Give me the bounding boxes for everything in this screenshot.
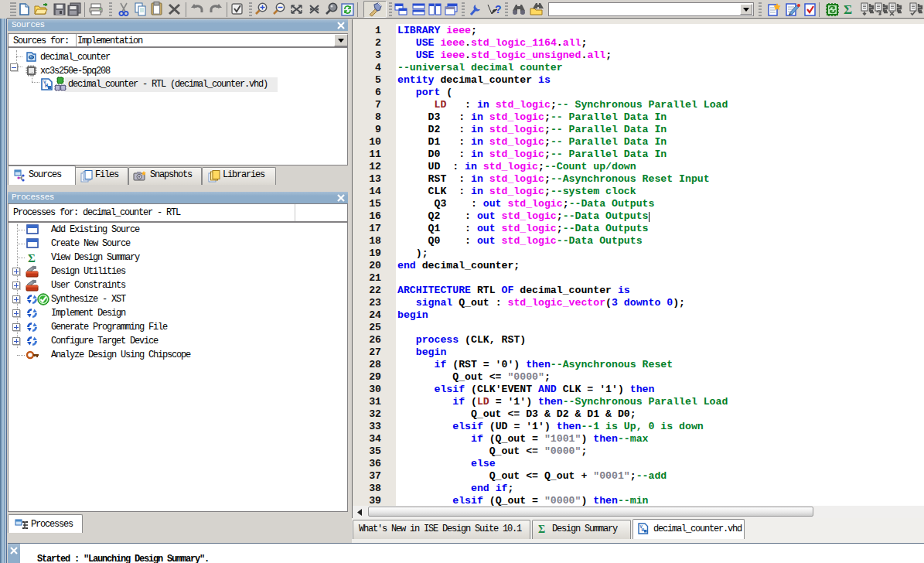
svg-text:H: H [45,83,48,89]
svg-text:Σ: Σ [28,252,36,264]
svg-text:Σ: Σ [538,524,545,535]
svg-text:?: ? [495,3,502,15]
svg-text:Σ: Σ [844,2,852,17]
svg-text:H: H [642,527,645,533]
